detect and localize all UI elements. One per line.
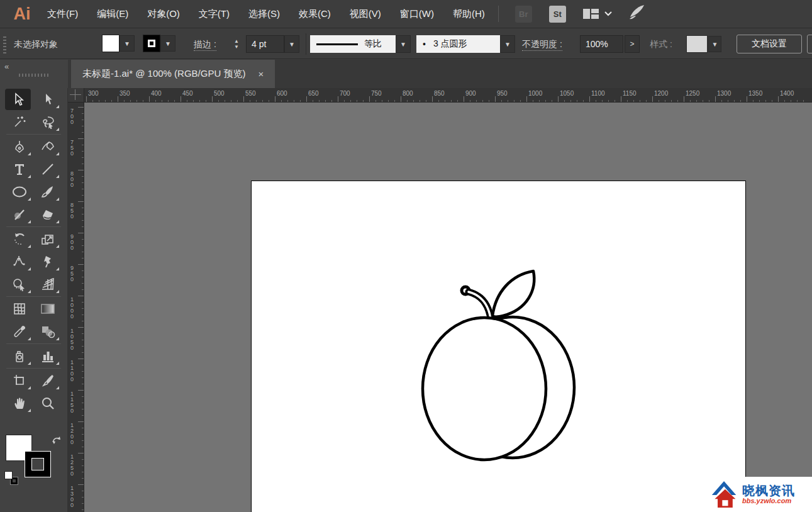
ellipse-tool[interactable] [5, 181, 33, 203]
style-swatch[interactable] [687, 36, 707, 52]
ruler-minor-tick [82, 509, 84, 510]
blend-tool[interactable] [33, 321, 62, 342]
menu-item-0[interactable]: 文件(F) [38, 0, 87, 28]
ruler-minor-tick [174, 100, 175, 102]
horizontal-ruler[interactable]: 3003504004505005506006507007508008509009… [68, 88, 812, 103]
scale-tool[interactable] [33, 228, 62, 250]
menu-item-4[interactable]: 选择(S) [239, 0, 289, 28]
opacity-label[interactable]: 不透明度 : [522, 28, 562, 60]
brush-chevron-icon[interactable]: ▼ [500, 35, 515, 53]
rotate-tool[interactable] [5, 228, 33, 250]
width-tool[interactable] [5, 251, 33, 272]
magic-wand-tool[interactable] [5, 111, 33, 133]
shape-builder-tool[interactable] [5, 274, 33, 295]
shaper-tool[interactable] [5, 204, 33, 225]
ruler-minor-tick [375, 100, 376, 102]
line-segment-tool[interactable] [33, 159, 62, 180]
ruler-minor-tick [470, 100, 470, 102]
ruler-minor-tick [287, 100, 288, 102]
ruler-minor-tick [476, 100, 477, 102]
mesh-tool[interactable] [5, 298, 33, 320]
ruler-minor-tick [82, 176, 84, 177]
collapse-panel-icon[interactable]: « [4, 62, 9, 71]
opacity-more-button[interactable]: > [625, 35, 640, 53]
pen-tool[interactable] [5, 136, 33, 157]
stroke-weight-field[interactable]: 4 pt [246, 35, 284, 53]
perspective-grid-tool[interactable] [33, 274, 62, 295]
fill-color-swatch[interactable] [103, 35, 119, 52]
type-tool[interactable] [5, 159, 33, 180]
tools-panel-grip[interactable] [19, 74, 49, 77]
opacity-field[interactable]: 100% [580, 35, 623, 53]
ruler-label: 400 [151, 90, 162, 97]
stroke-weight-label[interactable]: 描边 : [194, 28, 216, 60]
symbol-sprayer-tool[interactable] [5, 345, 33, 367]
stroke-weight-stepper[interactable]: ▲▼ [231, 36, 242, 52]
direct-selection-tool[interactable] [33, 89, 62, 110]
default-fill-stroke-icon[interactable] [5, 472, 18, 484]
menu-item-8[interactable]: 帮助(H) [443, 0, 494, 28]
pasteboard[interactable] [84, 103, 812, 512]
stock-icon[interactable]: St [549, 6, 566, 23]
vertical-ruler[interactable]: 7 0 07 5 08 0 08 5 09 0 09 5 01 0 0 01 0… [68, 103, 84, 512]
ruler-minor-tick [615, 100, 615, 102]
lasso-tool[interactable] [33, 111, 62, 133]
eraser-tool[interactable] [33, 204, 62, 225]
ruler-minor-tick [640, 100, 640, 102]
stroke-color-control[interactable] [25, 452, 50, 477]
slice-tool[interactable] [33, 370, 62, 391]
ruler-minor-tick [82, 182, 84, 183]
ruler-minor-tick [82, 396, 84, 397]
hand-tool[interactable] [5, 392, 33, 414]
menu-item-1[interactable]: 编辑(E) [87, 0, 138, 28]
ruler-minor-tick [82, 157, 84, 158]
menu-item-7[interactable]: 窗口(W) [391, 0, 443, 28]
menu-item-5[interactable]: 效果(C) [289, 0, 340, 28]
ruler-minor-tick [199, 100, 200, 102]
gradient-tool[interactable] [33, 298, 62, 320]
style-chevron-icon[interactable]: ▼ [708, 36, 721, 52]
ruler-tick [78, 138, 84, 139]
stroke-dropdown-chevron-icon[interactable]: ▼ [160, 35, 175, 52]
ruler-minor-tick [82, 434, 84, 435]
ruler-label: 900 [465, 90, 476, 97]
swap-fill-stroke-icon[interactable] [52, 435, 62, 448]
bridge-icon[interactable]: Br [515, 6, 532, 23]
document-setup-button[interactable]: 文档设置 [737, 35, 802, 53]
peach-artwork[interactable] [84, 103, 812, 512]
ruler-minor-tick [187, 100, 187, 102]
ruler-minor-tick [206, 100, 206, 102]
ruler-origin[interactable] [68, 88, 84, 103]
ruler-minor-tick [772, 100, 772, 102]
brush-definition-dropdown[interactable]: • 3 点圆形 [416, 35, 500, 53]
close-tab-icon[interactable]: × [258, 69, 264, 79]
fill-dropdown-chevron-icon[interactable]: ▼ [120, 35, 135, 52]
artboard-tool[interactable] [5, 370, 33, 391]
menu-item-3[interactable]: 文字(T) [189, 0, 239, 28]
panel-grip[interactable] [3, 35, 6, 53]
menu-item-6[interactable]: 视图(V) [340, 0, 391, 28]
menu-item-2[interactable]: 对象(O) [138, 0, 189, 28]
preferences-button-partial[interactable] [807, 35, 812, 53]
variable-width-profile-dropdown[interactable]: 等比 [310, 35, 396, 53]
zoom-tool[interactable] [33, 392, 62, 414]
stroke-weight-chevron-icon[interactable]: ▼ [284, 35, 299, 53]
ruler-label: 7 0 0 [70, 108, 74, 125]
puppet-warp-tool[interactable] [33, 251, 62, 272]
ruler-label: 650 [308, 90, 319, 97]
document-tab[interactable]: 未标题-1.ai* @ 100% (RGB/GPU 预览) × [71, 60, 275, 88]
stroke-color-swatch[interactable] [143, 35, 160, 52]
ruler-tick [78, 296, 84, 296]
selection-tool[interactable] [5, 89, 31, 110]
paintbrush-tool[interactable] [33, 181, 62, 203]
ruler-tick [778, 96, 779, 102]
share-rocket-icon[interactable] [627, 4, 646, 24]
workspace-switcher-icon[interactable] [583, 8, 612, 19]
ruler-minor-tick [82, 497, 84, 498]
curvature-tool[interactable] [33, 136, 62, 157]
eyedropper-tool[interactable] [5, 321, 33, 342]
ruler-minor-tick [797, 100, 798, 102]
column-graph-tool[interactable] [33, 345, 62, 367]
profile-chevron-icon[interactable]: ▼ [396, 35, 411, 53]
ruler-tick [78, 170, 84, 170]
